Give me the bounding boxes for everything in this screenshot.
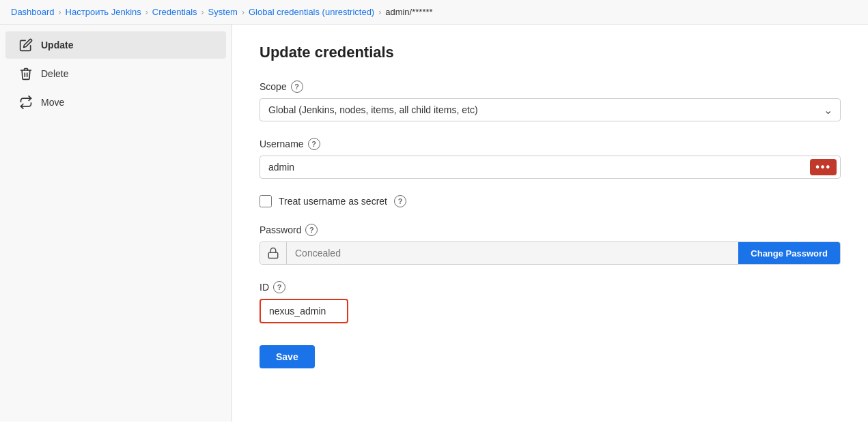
- username-input[interactable]: [260, 156, 841, 179]
- username-label: Username ?: [260, 138, 841, 150]
- move-icon: [19, 96, 33, 109]
- scope-group: Scope ? Global (Jenkins, nodes, items, a…: [260, 80, 841, 121]
- sidebar-item-delete[interactable]: Delete: [5, 60, 226, 87]
- password-label: Password ?: [260, 224, 841, 236]
- delete-icon: [19, 67, 33, 80]
- breadcrumb-sep-1: ›: [59, 8, 61, 17]
- lock-icon: [260, 242, 287, 264]
- update-icon: [19, 38, 33, 52]
- password-help-icon[interactable]: ?: [305, 224, 318, 236]
- treat-as-secret-checkbox[interactable]: [260, 195, 272, 207]
- scope-help-icon[interactable]: ?: [291, 80, 303, 93]
- page-title: Update credentials: [260, 44, 841, 61]
- change-password-button[interactable]: Change Password: [738, 242, 840, 264]
- scope-select-wrapper: Global (Jenkins, nodes, items, all child…: [260, 98, 841, 121]
- breadcrumb-sep-5: ›: [378, 8, 381, 17]
- username-help-icon[interactable]: ?: [308, 138, 320, 150]
- username-group: Username ? •••: [260, 138, 841, 179]
- password-concealed-text: Concealed: [287, 242, 738, 264]
- sidebar-item-delete-label: Delete: [41, 68, 68, 79]
- treat-as-secret-help-icon[interactable]: ?: [394, 195, 406, 207]
- id-input[interactable]: [260, 299, 348, 323]
- id-group: ID ?: [260, 281, 841, 323]
- id-input-wrapper: [260, 299, 841, 323]
- username-dots-button[interactable]: •••: [810, 159, 837, 175]
- breadcrumb-system[interactable]: System: [208, 7, 238, 17]
- sidebar-item-move-label: Move: [41, 97, 64, 108]
- breadcrumb-sep-2: ›: [145, 8, 148, 17]
- svg-rect-0: [268, 252, 278, 258]
- id-help-icon[interactable]: ?: [273, 281, 285, 293]
- breadcrumb-sep-3: ›: [201, 8, 204, 17]
- breadcrumb-configure-jenkins[interactable]: Настроить Jenkins: [66, 7, 141, 17]
- password-group: Password ? Concealed Change Password: [260, 224, 841, 265]
- treat-as-secret-row: Treat username as secret ?: [260, 195, 841, 207]
- save-button[interactable]: Save: [260, 345, 315, 368]
- breadcrumb-sep-4: ›: [242, 8, 244, 17]
- breadcrumb-dashboard[interactable]: Dashboard: [11, 7, 55, 17]
- breadcrumb-global-credentials[interactable]: Global credentials (unrestricted): [249, 7, 374, 17]
- breadcrumb-credentials[interactable]: Credentials: [152, 7, 197, 17]
- main-content: Update credentials Scope ? Global (Jenki…: [232, 25, 868, 422]
- sidebar: Update Delete Mo: [0, 25, 232, 422]
- id-label: ID ?: [260, 281, 841, 293]
- password-field: Concealed Change Password: [260, 241, 841, 265]
- sidebar-item-move[interactable]: Move: [5, 89, 226, 116]
- breadcrumb-current: admin/******: [385, 7, 432, 17]
- sidebar-item-update[interactable]: Update: [5, 31, 226, 59]
- username-input-wrapper: •••: [260, 156, 841, 179]
- treat-as-secret-label: Treat username as secret: [279, 196, 387, 207]
- scope-label: Scope ?: [260, 80, 841, 93]
- sidebar-item-update-label: Update: [41, 40, 73, 50]
- dots-label: •••: [815, 161, 831, 173]
- scope-select[interactable]: Global (Jenkins, nodes, items, all child…: [260, 98, 841, 121]
- breadcrumb: Dashboard › Настроить Jenkins › Credenti…: [0, 0, 868, 25]
